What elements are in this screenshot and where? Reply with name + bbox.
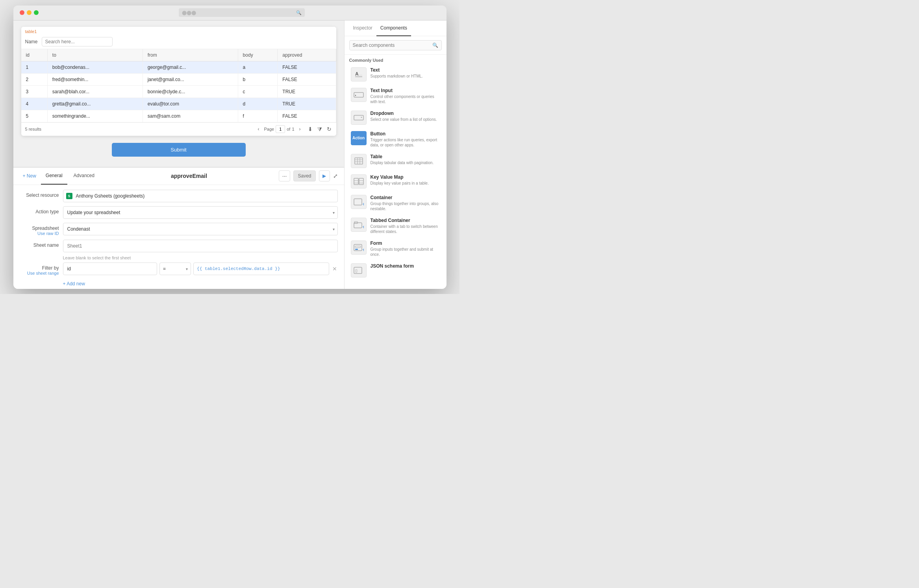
component-desc: Supports markdown or HTML. [371,74,440,79]
component-item[interactable]: Key Value MapDisplay key value pairs in … [346,171,445,192]
filter-field-input[interactable] [63,263,157,275]
svg-text:{}: {} [355,269,358,273]
filter-operator-wrapper: = ▾ [159,263,191,275]
component-info: Key Value MapDisplay key value pairs in … [371,174,440,186]
cell-approved: FALSE [278,110,336,122]
refresh-button[interactable]: ↻ [326,125,332,133]
component-desc: Display key value pairs in a table. [371,181,440,186]
col-from: from [143,49,238,61]
cell-to: bob@condenas... [47,61,143,73]
saved-badge: Saved [293,170,315,181]
component-info: ContainerGroup things together into grou… [371,195,440,211]
panel-tabs: Inspector Components [345,20,447,36]
component-item[interactable]: ATextSupports markdown or HTML. [346,64,445,85]
sheet-name-hint: Leave blank to select the first sheet [20,254,338,260]
filter-remove-button[interactable]: ✕ [332,265,338,273]
components-search-input[interactable] [353,43,430,48]
component-item[interactable]: ActionButtonTrigger actions like run que… [346,128,445,151]
filter-operator-select[interactable]: = [159,263,191,275]
svg-rect-13 [359,178,363,185]
component-item[interactable]: +ContainerGroup things together into gro… [346,192,445,214]
expand-button[interactable]: ⤢ [333,173,338,179]
section-title: Commonly Used [345,55,447,64]
table-actions: ⬇ ⧩ ↻ [307,125,332,133]
component-desc: Select one value from a list of options. [371,117,440,122]
page-total: 1 [292,127,294,131]
page-number-input[interactable] [276,125,285,133]
tab-inspector[interactable]: Inspector [349,20,376,36]
component-info: JSON schema form [371,263,440,270]
component-info: DropdownSelect one value from a list of … [371,111,440,122]
tab-general[interactable]: General [41,167,67,185]
component-item[interactable]: DropdownSelect one value from a list of … [346,107,445,128]
component-icon: + [351,240,367,255]
table-header-row: Name [21,35,336,49]
component-item[interactable]: Text InputControl other components or qu… [346,85,445,107]
table-header-row-cols: id to from body approved [21,49,336,61]
cell-body: b [238,73,278,85]
more-options-button[interactable]: ··· [279,170,291,181]
title-bar: ⬤⬤⬤ 🔍 [13,6,447,20]
filter-value-input[interactable] [193,263,329,275]
close-dot[interactable] [20,10,24,15]
action-type-select[interactable]: Update your spreadsheet [63,206,338,219]
sheet-name-input[interactable] [63,240,338,252]
submit-button[interactable]: Submit [112,143,246,157]
add-new-button[interactable]: + Add new [63,279,85,288]
results-count: 5 results [25,127,252,131]
table-row[interactable]: 4gretta@gmail.co...evalu@tor.comdTRUE [21,98,336,110]
table-wrapper: id to from body approved 1bob@condenas..… [21,49,336,122]
table-row[interactable]: 5somethingrande...sam@sam.comfFALSE [21,110,336,122]
spreadsheet-label: Spreadsheet [32,223,59,231]
maximize-dot[interactable] [34,10,39,15]
component-desc: Control other components or queries with… [371,94,440,104]
window-controls [20,10,39,15]
download-button[interactable]: ⬇ [307,125,313,133]
prev-page-button[interactable]: ‹ [254,125,262,133]
cell-body: d [238,98,278,110]
table-row[interactable]: 1bob@condenas...george@gmail.c...aFALSE [21,61,336,73]
component-name: Form [371,240,440,246]
cell-id: 5 [21,110,48,122]
minimize-dot[interactable] [27,10,31,15]
table-search-input[interactable] [42,37,113,46]
use-raw-id-link[interactable]: Use raw ID [37,231,59,236]
col-id: id [21,49,48,61]
component-icon [351,111,367,125]
panel-search-area: 🔍 [345,36,447,55]
query-actions: ··· Saved ▶ ⤢ [279,170,338,181]
resource-select[interactable]: Anthony Gsheets (googlesheets) [63,190,338,202]
component-info: TextSupports markdown or HTML. [371,67,440,79]
component-item[interactable]: +Tabbed ContainerContainer with a tab to… [346,214,445,237]
filter-row-inputs: = ▾ ✕ [63,263,338,275]
component-item[interactable]: +FormGroup inputs together and submit at… [346,237,445,260]
run-button[interactable]: ▶ [319,170,330,181]
filter-button[interactable]: ⧩ [317,125,323,133]
new-query-button[interactable]: + New [20,172,39,180]
canvas-area: table1 Name id to from bo [13,20,344,167]
component-icon: + [351,195,367,209]
tab-advanced[interactable]: Advanced [69,167,99,185]
table-row[interactable]: 3sarah@blah.cor...bonnie@clyde.c...cTRUE [21,85,336,98]
component-item[interactable]: {}JSON schema form [346,260,445,281]
resource-row: Select resource S Anthony Gsheets (googl… [20,190,338,202]
url-search-icon: 🔍 [296,10,302,15]
component-icon: Action [351,131,367,145]
tab-components[interactable]: Components [376,20,411,36]
page-of: of [287,127,290,131]
query-tabs-bar: + New General Advanced approveEmail ··· … [13,168,344,185]
svg-rect-24 [355,246,361,248]
svg-rect-18 [354,199,362,205]
svg-text:+: + [362,202,364,206]
svg-text:+: + [362,247,364,251]
cell-to: sarah@blah.cor... [47,85,143,98]
table-label: table1 [21,27,336,35]
svg-rect-12 [354,178,358,185]
spreadsheet-select[interactable]: Condenast [63,223,338,235]
use-sheet-range-link[interactable]: Use sheet range [27,271,59,276]
next-page-button[interactable]: › [296,125,304,133]
table-row[interactable]: 2fred@somethin...janet@gmail.co...bFALSE [21,73,336,85]
cell-from: george@gmail.c... [143,61,238,73]
col-body: body [238,49,278,61]
component-item[interactable]: TableDisplay tabular data with paginatio… [346,151,445,171]
